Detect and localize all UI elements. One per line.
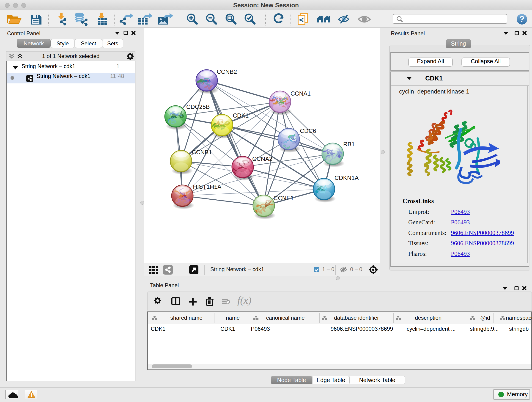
svg-text:CCNB2: CCNB2 — [217, 68, 237, 75]
svg-text:CDK1: CDK1 — [233, 112, 249, 119]
svg-text:?: ? — [519, 14, 525, 24]
svg-text:f(x): f(x) — [237, 296, 251, 306]
svg-text:CCNA1: CCNA1 — [291, 90, 311, 97]
svg-text:CDC25B: CDC25B — [186, 103, 210, 110]
svg-text:CCNA2: CCNA2 — [252, 155, 272, 162]
svg-text:CCNB1: CCNB1 — [192, 149, 212, 156]
svg-text:HIST1H1A: HIST1H1A — [193, 183, 222, 190]
svg-text:RB1: RB1 — [343, 141, 355, 148]
svg-text:CCNE1: CCNE1 — [273, 195, 294, 201]
svg-text:CDC6: CDC6 — [300, 128, 316, 134]
svg-text:CDKN1A: CDKN1A — [335, 174, 359, 181]
